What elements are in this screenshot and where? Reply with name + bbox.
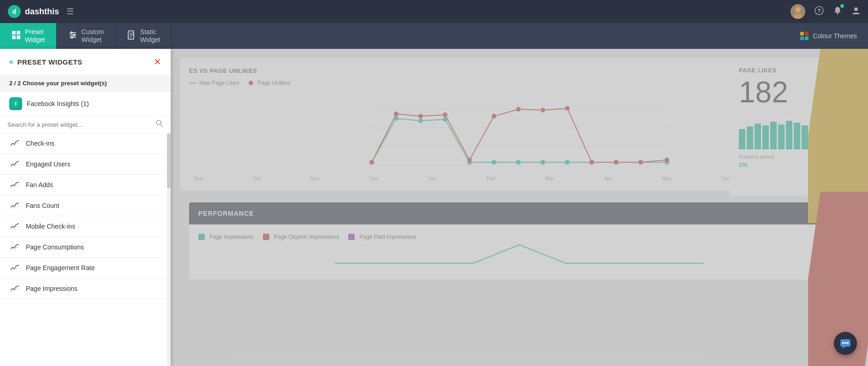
- search-input[interactable]: [7, 121, 152, 128]
- tab-preset-widget[interactable]: Preset Widget: [0, 23, 57, 49]
- trend-icon-fans-count: [9, 202, 20, 209]
- line-trend-icon: [10, 140, 19, 147]
- list-item-fans-count[interactable]: Fans Count: [0, 195, 171, 216]
- line-trend-icon-4: [10, 202, 19, 209]
- scroll-thumb[interactable]: [167, 133, 171, 189]
- trend-icon-page-impressions: [9, 285, 20, 292]
- widget-tabs-bar: Preset Widget Custom Widget: [0, 23, 868, 49]
- impressions-label: Page Impressions: [209, 234, 254, 240]
- list-item-page-consumptions[interactable]: Page Consumptions: [0, 237, 171, 258]
- svg-point-59: [638, 160, 643, 165]
- x-label-mar: Mar: [545, 176, 554, 181]
- bar-10: [809, 124, 816, 149]
- charts-row: ES VS PAGE UNLIKES New Page Likes Page U…: [171, 49, 868, 190]
- bar-4: [762, 125, 769, 149]
- list-item-page-engagement-rate[interactable]: Page Engagement Rate: [0, 258, 171, 278]
- back-icon[interactable]: «: [9, 58, 13, 66]
- legend-color-unlikes: [249, 81, 253, 85]
- previous-period-col: Previous period 2%: [739, 154, 774, 168]
- step-description: Choose your preset widget(s): [23, 80, 107, 87]
- bar-2: [747, 126, 753, 149]
- bar-8: [794, 123, 800, 149]
- step-number: 2 / 2: [9, 80, 21, 87]
- chat-icon: [839, 337, 851, 349]
- previous-period-label: Previous period: [739, 154, 774, 159]
- x-label-sep: Sep: [194, 176, 203, 181]
- svg-point-18: [71, 36, 73, 39]
- legend-label-unlikes: Page Unlikes: [258, 80, 291, 86]
- logo-icon: d: [7, 5, 21, 18]
- bar-13: [833, 121, 839, 149]
- grid-icon: [11, 30, 21, 40]
- svg-point-57: [589, 160, 594, 165]
- list-item-check-ins[interactable]: Check-ins: [0, 133, 171, 154]
- static-tab-icon: [126, 30, 137, 42]
- svg-point-50: [418, 114, 423, 118]
- dashboard-background: ES VS PAGE UNLIKES New Page Likes Page U…: [171, 49, 868, 366]
- legend-label-likes: New Page Likes: [199, 80, 239, 86]
- svg-rect-24: [805, 32, 809, 35]
- sidebar-panel: « PRESET WIDGETS ✕ 2 / 2 Choose your pre…: [0, 49, 171, 366]
- impressions-chart-preview: [198, 240, 840, 268]
- sidebar-title-text: PRESET WIDGETS: [17, 58, 82, 66]
- list-item-page-impressions[interactable]: Page Impressions: [0, 278, 171, 299]
- search-wrapper: [0, 116, 171, 133]
- svg-point-41: [516, 160, 521, 165]
- comparison-labels: Previous period 2% Previous year -1%: [739, 154, 850, 168]
- sliders-icon: [68, 30, 78, 40]
- svg-text:d: d: [12, 8, 17, 15]
- sidebar-integration[interactable]: f Facebook Insights (1): [0, 92, 171, 116]
- svg-point-65: [847, 342, 849, 344]
- search-icon[interactable]: [156, 120, 163, 129]
- trend-icon-engaged-users: [9, 160, 20, 168]
- notifications-button[interactable]: [833, 6, 842, 18]
- colour-themes-button[interactable]: Colour Themes: [788, 23, 868, 49]
- main-layout: « PRESET WIDGETS ✕ 2 / 2 Choose your pre…: [0, 49, 868, 366]
- svg-point-52: [467, 158, 472, 162]
- chat-bubble[interactable]: [834, 332, 857, 355]
- svg-point-56: [565, 106, 570, 111]
- svg-rect-23: [800, 32, 804, 35]
- legend-square-organic: [263, 234, 269, 240]
- tab-custom-widget[interactable]: Custom Widget: [57, 23, 115, 49]
- bar-1: [739, 129, 745, 149]
- svg-point-29: [156, 120, 161, 125]
- svg-point-7: [837, 12, 838, 14]
- legend-organic-impressions: Page Organic Impressions: [263, 234, 339, 240]
- svg-rect-11: [12, 35, 16, 39]
- tab-static-widget[interactable]: Static Widget: [115, 23, 172, 49]
- nav-right: ?: [791, 4, 861, 19]
- x-label-jun: Jun: [721, 176, 730, 181]
- x-label-nov: Nov: [310, 176, 320, 181]
- trend-icon-mobile-check-ins: [9, 223, 20, 230]
- legend-color-likes: [189, 83, 196, 83]
- svg-line-30: [161, 124, 163, 127]
- user-icon: [851, 6, 861, 15]
- svg-rect-12: [17, 35, 20, 39]
- list-item-mobile-check-ins[interactable]: Mobile Check-ins: [0, 216, 171, 237]
- list-item-label: Fans Count: [26, 202, 59, 209]
- bar-14: [841, 123, 847, 149]
- bar-7: [786, 121, 792, 149]
- bar-5: [770, 122, 777, 149]
- avatar[interactable]: [791, 4, 805, 19]
- document-icon: [126, 30, 137, 40]
- svg-point-42: [541, 160, 545, 165]
- palette-icon: [799, 31, 809, 41]
- bar-3: [755, 124, 761, 149]
- x-label-jan: Jan: [428, 176, 437, 181]
- menu-icon[interactable]: ☰: [66, 6, 74, 17]
- static-tab-text: Static Widget: [140, 28, 161, 44]
- custom-tab-text: Custom Widget: [82, 28, 104, 44]
- help-button[interactable]: ?: [814, 6, 824, 18]
- close-button[interactable]: ✕: [154, 56, 161, 67]
- sidebar-header: « PRESET WIDGETS ✕: [0, 49, 171, 75]
- line-trend-icon-2: [10, 160, 19, 168]
- list-item-engaged-users[interactable]: Engaged Users: [0, 154, 171, 175]
- list-item-label: Page Engagement Rate: [26, 264, 95, 272]
- bar-6: [778, 124, 785, 149]
- custom-tab-icon: [68, 30, 78, 42]
- user-button[interactable]: [851, 6, 861, 18]
- paid-label: Page Paid Impressions: [359, 234, 416, 240]
- list-item-fan-adds[interactable]: Fan Adds: [0, 175, 171, 195]
